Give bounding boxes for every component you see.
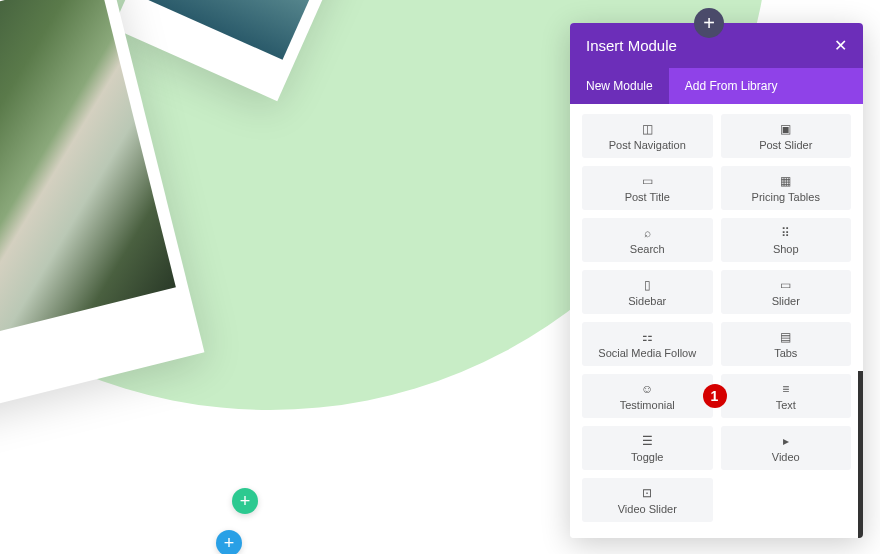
- module-icon: ⊡: [642, 486, 652, 500]
- insert-module-modal: Insert Module ✕ New Module Add From Libr…: [570, 23, 863, 538]
- module-icon: ▭: [642, 174, 653, 188]
- module-slider[interactable]: ▭Slider: [721, 270, 852, 314]
- module-label: Pricing Tables: [752, 191, 820, 203]
- modal-tabs: New Module Add From Library: [570, 68, 863, 104]
- module-label: Social Media Follow: [598, 347, 696, 359]
- module-label: Post Title: [625, 191, 670, 203]
- module-label: Post Slider: [759, 139, 812, 151]
- module-icon: ◫: [642, 122, 653, 136]
- annotation-marker: 1: [703, 384, 727, 408]
- module-label: Toggle: [631, 451, 663, 463]
- module-label: Sidebar: [628, 295, 666, 307]
- module-post-navigation[interactable]: ◫Post Navigation: [582, 114, 713, 158]
- module-icon: ⌕: [644, 226, 651, 240]
- module-icon: ≡: [782, 382, 789, 396]
- module-label: Post Navigation: [609, 139, 686, 151]
- tab-add-from-library[interactable]: Add From Library: [669, 68, 794, 104]
- module-shop[interactable]: ⠿Shop: [721, 218, 852, 262]
- module-search[interactable]: ⌕Search: [582, 218, 713, 262]
- module-label: Video Slider: [618, 503, 677, 515]
- module-icon: ▭: [780, 278, 791, 292]
- module-video-slider[interactable]: ⊡Video Slider: [582, 478, 713, 522]
- module-icon: ⠿: [781, 226, 790, 240]
- scrollbar-thumb[interactable]: [858, 371, 863, 538]
- module-icon: ☰: [642, 434, 653, 448]
- module-label: Text: [776, 399, 796, 411]
- add-section-button[interactable]: +: [232, 488, 258, 514]
- module-toggle[interactable]: ☰Toggle: [582, 426, 713, 470]
- module-video[interactable]: ▸Video: [721, 426, 852, 470]
- module-icon: ▯: [644, 278, 651, 292]
- tab-new-module[interactable]: New Module: [570, 68, 669, 104]
- module-social-media-follow[interactable]: ⚏Social Media Follow: [582, 322, 713, 366]
- module-grid: ◫Post Navigation▣Post Slider▭Post Title▦…: [582, 114, 851, 522]
- close-icon[interactable]: ✕: [834, 36, 847, 55]
- module-label: Slider: [772, 295, 800, 307]
- module-label: Shop: [773, 243, 799, 255]
- module-label: Search: [630, 243, 665, 255]
- modal-title: Insert Module: [586, 37, 677, 54]
- module-text[interactable]: ≡Text1: [721, 374, 852, 418]
- modal-body: ◫Post Navigation▣Post Slider▭Post Title▦…: [570, 104, 863, 538]
- module-pricing-tables[interactable]: ▦Pricing Tables: [721, 166, 852, 210]
- module-post-title[interactable]: ▭Post Title: [582, 166, 713, 210]
- module-label: Tabs: [774, 347, 797, 359]
- module-icon: ⚏: [642, 330, 653, 344]
- add-row-button[interactable]: +: [216, 530, 242, 554]
- module-icon: ▣: [780, 122, 791, 136]
- module-label: Video: [772, 451, 800, 463]
- module-icon: ▤: [780, 330, 791, 344]
- add-module-button[interactable]: +: [694, 8, 724, 38]
- module-tabs[interactable]: ▤Tabs: [721, 322, 852, 366]
- module-post-slider[interactable]: ▣Post Slider: [721, 114, 852, 158]
- module-label: Testimonial: [620, 399, 675, 411]
- module-testimonial[interactable]: ☺Testimonial: [582, 374, 713, 418]
- module-icon: ☺: [641, 382, 653, 396]
- module-icon: ▸: [783, 434, 789, 448]
- module-icon: ▦: [780, 174, 791, 188]
- module-sidebar[interactable]: ▯Sidebar: [582, 270, 713, 314]
